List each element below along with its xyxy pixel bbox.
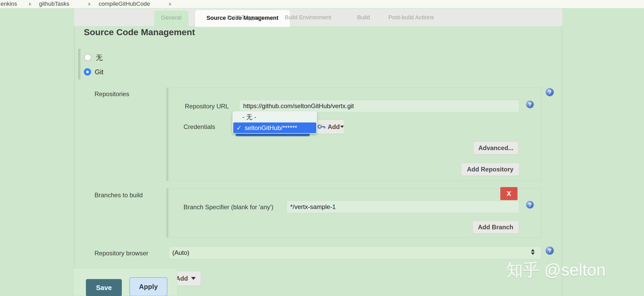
credentials-dropdown: - 无 - ✓ seltonGitHub/****** bbox=[232, 111, 317, 134]
breadcrumb-separator-icon bbox=[29, 2, 31, 6]
tab-build-triggers[interactable]: Build Triggers bbox=[227, 9, 262, 26]
breadcrumb-separator-icon bbox=[169, 2, 172, 6]
credentials-label: Credentials bbox=[184, 123, 215, 131]
check-icon: ✓ bbox=[236, 122, 242, 133]
question-glyph: ? bbox=[548, 248, 552, 254]
pane-right-border bbox=[562, 26, 562, 296]
repository-browser-value: (Auto) bbox=[172, 249, 189, 256]
credentials-option-none[interactable]: - 无 - bbox=[232, 111, 317, 122]
breadcrumb-item-jenkins[interactable]: enkins bbox=[1, 0, 17, 8]
pane-left-border bbox=[74, 26, 75, 269]
add-branch-button[interactable]: Add Branch bbox=[472, 221, 519, 234]
repositories-accent-bar bbox=[166, 88, 168, 181]
repositories-section-label: Repositories bbox=[94, 90, 129, 98]
scm-none-label: 无 bbox=[96, 53, 103, 62]
scm-section-accent-bar bbox=[78, 49, 80, 79]
breadcrumb-item-compilegithubcode[interactable]: compileGitHubCode bbox=[99, 0, 150, 8]
repository-url-label: Repository URL bbox=[185, 103, 229, 110]
branch-specifier-value: */vertx-sample-1 bbox=[290, 203, 336, 211]
help-icon-repositories[interactable]: ? bbox=[546, 88, 554, 96]
select-spinner-icon[interactable] bbox=[531, 249, 535, 255]
delete-branch-button[interactable]: X bbox=[500, 187, 517, 200]
tab-general[interactable]: General bbox=[154, 10, 188, 26]
tab-build-environment[interactable]: Build Environment bbox=[285, 9, 331, 26]
save-button[interactable]: Save bbox=[86, 279, 122, 296]
tab-build[interactable]: Build bbox=[357, 9, 370, 26]
advanced-button[interactable]: Advanced... bbox=[473, 141, 519, 155]
branch-specifier-label: Branch Specifier (blank for 'any') bbox=[184, 204, 273, 211]
breadcrumb-separator-icon bbox=[89, 2, 91, 6]
add-step-label: Add bbox=[176, 275, 188, 282]
question-glyph: ? bbox=[548, 89, 552, 95]
breadcrumb-item-githubtasks[interactable]: githubTasks bbox=[39, 0, 69, 8]
help-icon-branch-specifier[interactable]: ? bbox=[526, 201, 534, 209]
watermark: 知乎 @selton bbox=[506, 259, 606, 281]
spinner-up-icon bbox=[531, 249, 535, 251]
help-icon-repository-browser[interactable]: ? bbox=[546, 246, 554, 255]
spinner-down-icon bbox=[531, 252, 535, 255]
tab-post-build-actions[interactable]: Post-build Actions bbox=[388, 9, 434, 26]
credentials-add-label: Add bbox=[328, 123, 340, 131]
breadcrumb: enkins githubTasks compileGitHubCode bbox=[0, 0, 644, 8]
credentials-select-underlay bbox=[236, 134, 310, 136]
caret-down-icon bbox=[191, 277, 196, 280]
page-title: Source Code Management bbox=[84, 27, 195, 37]
scm-git-radio[interactable] bbox=[84, 68, 91, 76]
credentials-option-selected[interactable]: ✓ seltonGitHub/****** bbox=[233, 122, 316, 133]
caret-down-icon bbox=[340, 126, 344, 128]
help-icon-repository-url[interactable]: ? bbox=[526, 101, 534, 108]
repository-browser-select[interactable]: (Auto) bbox=[168, 246, 541, 259]
add-repository-button[interactable]: Add Repository bbox=[461, 163, 519, 176]
repository-url-input[interactable]: https://github.com/seltonGitHub/vertx.gi… bbox=[239, 100, 519, 112]
config-tabbar: General Source Code Management Build Tri… bbox=[74, 9, 562, 26]
branches-section-label: Branches to build bbox=[94, 192, 143, 199]
question-glyph: ? bbox=[528, 202, 532, 208]
apply-button[interactable]: Apply bbox=[129, 277, 167, 296]
question-glyph: ? bbox=[528, 101, 532, 108]
credentials-add-button[interactable]: Add bbox=[317, 120, 344, 134]
repository-browser-label: Repository browser bbox=[94, 250, 148, 257]
branch-specifier-input[interactable]: */vertx-sample-1 bbox=[286, 201, 519, 213]
key-icon bbox=[317, 123, 326, 131]
repository-url-value: https://github.com/seltonGitHub/vertx.gi… bbox=[243, 102, 354, 110]
credentials-option-selected-label: seltonGitHub/****** bbox=[245, 122, 297, 133]
branches-accent-bar bbox=[166, 188, 168, 238]
scm-none-radio[interactable] bbox=[84, 54, 91, 61]
scm-git-label: Git bbox=[95, 68, 103, 76]
